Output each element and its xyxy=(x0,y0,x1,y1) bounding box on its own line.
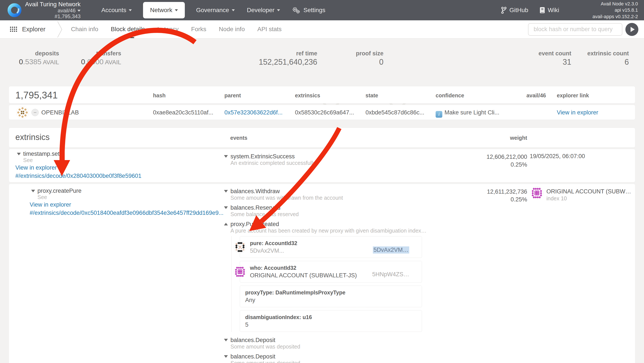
decode-link[interactable]: #/extrinsics/decode/0xc5018400eafdf3e096… xyxy=(30,209,228,216)
detail-label: proxyType: DaRuntimeImplsProxyType xyxy=(245,289,416,296)
event-description: An extrinsic completed successfully xyxy=(230,160,442,166)
menu-label: Accounts xyxy=(101,7,126,14)
weight-percent: 0.25% xyxy=(486,161,527,168)
github-label: GitHub xyxy=(510,7,528,14)
tab-api-stats[interactable]: API stats xyxy=(257,20,282,38)
stat-value: 0 xyxy=(81,58,85,66)
account-index: index 10 xyxy=(546,195,631,202)
gear-icon xyxy=(292,7,300,14)
avail-logo-icon xyxy=(7,3,22,17)
event-description: A pure account has been created by new p… xyxy=(230,228,442,234)
apps-version: avail-apps v0.152.2-2 xyxy=(573,14,638,20)
stat-value: 0 xyxy=(19,58,23,66)
stat-unit: AVAIL xyxy=(42,59,59,66)
menu-governance[interactable]: Governance xyxy=(196,7,235,14)
stat-label: extrinsic count xyxy=(587,50,629,57)
state-root: 0xbde545c87d6c86c... xyxy=(366,109,424,116)
api-version: api v15.8.1 xyxy=(573,7,638,13)
event-item-proxy-purecreated: proxy.PureCreated A pure account has bee… xyxy=(224,221,442,332)
extrinsic-row-timestamp-set: timestamp.set See View in explorer #/ext… xyxy=(9,149,635,182)
caret-down-icon[interactable] xyxy=(224,155,228,158)
github-link[interactable]: GitHub xyxy=(501,7,528,14)
view-in-explorer-link[interactable]: View in explorer xyxy=(15,164,214,171)
caret-down-icon[interactable] xyxy=(224,355,228,358)
event-detail-list: pure: AccountId32 5DvAx2VM... 5DvAx2VM… xyxy=(231,236,442,332)
decode-link[interactable]: #/extrinsics/decode/0x280403000be0f3f8e5… xyxy=(15,172,214,180)
stat-transfers: transfers 0.0000 AVAIL xyxy=(81,50,121,66)
menu-settings[interactable]: Settings xyxy=(292,7,325,14)
block-details-page: { "colors":{"header_bg":"#54565c","page_… xyxy=(0,0,644,363)
app-header: Avail Turing Network avail/46 #1,795,343… xyxy=(0,0,644,20)
extrinsics-root: 0x58530c26c69a647... xyxy=(295,109,354,116)
event-item-balances-deposit: balances.Deposit Some amount was deposit… xyxy=(224,353,442,363)
extrinsics-header: extrinsics events weight xyxy=(9,128,635,148)
column-header-state: state xyxy=(366,92,378,99)
detail-pure-account: pure: AccountId32 5DvAx2VM... 5DvAx2VM… xyxy=(240,236,422,258)
parent-hash-link[interactable]: 0x57e323063622d6f... xyxy=(224,109,282,116)
account-identicon[interactable] xyxy=(530,186,544,200)
call-name: timestamp.set xyxy=(23,150,60,157)
event-name[interactable]: balances.Reserved xyxy=(230,204,442,211)
menu-developer[interactable]: Developer xyxy=(247,7,280,14)
network-brand[interactable]: Avail Turing Network avail/46 #1,795,343 xyxy=(25,1,80,19)
view-in-explorer-link[interactable]: View in explorer xyxy=(30,202,228,208)
stat-value: 152,251,640,236 xyxy=(259,58,317,67)
menu-network[interactable]: Network xyxy=(143,2,185,18)
wiki-link[interactable]: Wiki xyxy=(540,7,559,14)
selected-address-text[interactable]: 5DvAx2VM… xyxy=(373,246,409,254)
event-name[interactable]: system.ExtrinsicSuccess xyxy=(230,153,442,160)
caret-down-icon xyxy=(78,10,80,12)
detail-label: pure: AccountId32 xyxy=(250,240,416,246)
pure-account-identicon[interactable] xyxy=(234,241,246,253)
proxy-delegator-account[interactable]: ORIGINAL ACCOUNT (SUBW… index 10 xyxy=(530,186,631,202)
event-name[interactable]: balances.Deposit xyxy=(230,336,442,344)
block-author-name[interactable]: OPENBITLAB xyxy=(41,109,79,116)
caret-down-icon xyxy=(232,9,235,11)
tab-block-details[interactable]: Block details xyxy=(111,20,145,38)
event-name[interactable]: balances.Withdraw xyxy=(230,188,442,195)
weight-cell: 12,611,232,736 0.25% xyxy=(487,188,527,203)
caret-down-icon[interactable] xyxy=(17,153,21,155)
event-name[interactable]: proxy.PureCreated xyxy=(230,221,442,228)
stat-event-count: event count 31 xyxy=(538,50,571,67)
confidence-cell: iMake sure Light Cli... xyxy=(436,109,500,118)
wiki-label: Wiki xyxy=(548,7,559,14)
stat-value-frac: .5385 xyxy=(23,58,41,66)
author-identicon[interactable] xyxy=(16,106,29,119)
confidence-text: Make sure Light Cli... xyxy=(444,109,500,116)
section-title-explorer: Explorer xyxy=(22,26,46,33)
block-query-input[interactable] xyxy=(528,23,622,36)
menu-label: Developer xyxy=(247,7,274,14)
event-name[interactable]: balances.Deposit xyxy=(230,353,442,360)
stat-value: 31 xyxy=(538,58,571,67)
caret-down-icon[interactable] xyxy=(224,190,228,192)
view-in-explorer-link[interactable]: View in explorer xyxy=(557,109,598,116)
caret-down-icon xyxy=(277,9,280,11)
tab-chain-info[interactable]: Chain info xyxy=(71,20,98,38)
who-account-identicon[interactable] xyxy=(234,266,246,278)
network-name: Avail Turing Network xyxy=(25,1,80,8)
caret-down-icon[interactable] xyxy=(31,190,35,192)
event-item: system.ExtrinsicSuccess An extrinsic com… xyxy=(224,153,442,166)
query-submit-button[interactable] xyxy=(626,23,638,36)
stat-proof-size: proof size 0 xyxy=(356,50,384,67)
caret-down-icon[interactable] xyxy=(224,339,228,341)
menu-accounts[interactable]: Accounts xyxy=(101,7,132,14)
tab-forks[interactable]: Forks xyxy=(191,20,206,38)
extrinsic-call[interactable]: timestamp.set xyxy=(23,151,214,157)
weight-value: 12,611,232,736 xyxy=(487,188,527,196)
tab-latency[interactable]: Latency xyxy=(157,20,178,38)
stat-label: event count xyxy=(538,50,571,57)
caret-down-icon[interactable] xyxy=(224,206,228,209)
caret-up-icon[interactable] xyxy=(224,223,228,226)
tab-node-info[interactable]: Node info xyxy=(219,20,245,38)
stat-value: 6 xyxy=(587,58,629,67)
extrinsic-call[interactable]: proxy.createPure xyxy=(38,188,228,194)
event-item-balances-deposit: balances.Deposit Some amount was deposit… xyxy=(224,336,442,350)
detail-label: disambiguationIndex: u16 xyxy=(245,314,416,320)
caret-down-icon xyxy=(175,9,178,11)
version-info: Avail Node v2.3.0 api v15.8.1 avail-apps… xyxy=(573,1,638,20)
extrinsic-row-proxy-createpure: proxy.createPure See View in explorer #/… xyxy=(9,184,635,363)
event-description: Some amount was deposited xyxy=(230,360,442,363)
info-icon: i xyxy=(436,111,442,118)
